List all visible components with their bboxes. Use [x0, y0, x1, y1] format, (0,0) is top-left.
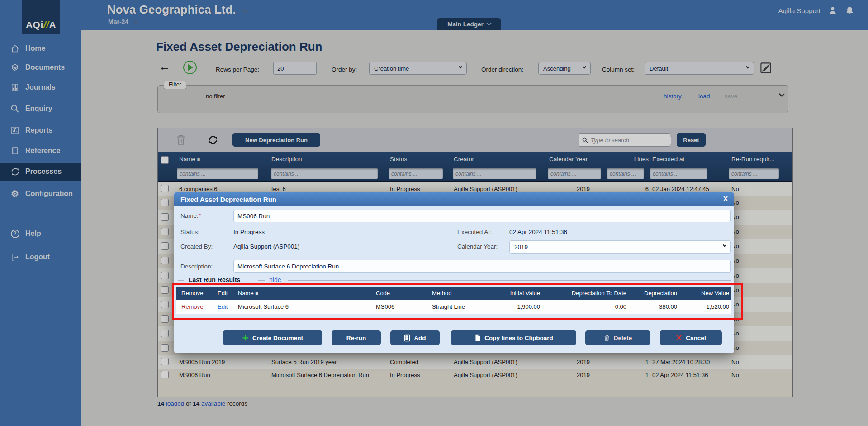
column-header-creator[interactable]: Creator — [454, 156, 474, 163]
column-header-description[interactable]: Description — [271, 156, 302, 163]
row-checkbox[interactable] — [161, 358, 169, 365]
create-document-button[interactable]: Create Document — [223, 330, 322, 345]
table-row[interactable]: MS005 Run 2019 Surface 5 Run 2019 year C… — [158, 355, 792, 369]
sidebar-item-home[interactable]: Home — [0, 39, 81, 57]
back-arrow-icon[interactable]: ← — [158, 60, 171, 74]
filter-input-creator[interactable] — [453, 168, 536, 179]
column-set-select[interactable]: Default — [645, 62, 754, 75]
edit-column-set-icon[interactable] — [759, 61, 773, 77]
search-input[interactable] — [591, 137, 671, 144]
column-header-executed-at[interactable]: Executed at — [652, 156, 684, 163]
company-selector[interactable]: Nova Geographica Ltd. — [107, 3, 247, 17]
aqilla-logo[interactable]: AQi//A — [22, 0, 60, 34]
available-link[interactable]: available — [201, 400, 225, 407]
remove-line-link[interactable]: Remove — [181, 303, 209, 310]
select-all-checkbox[interactable] — [161, 156, 169, 164]
order-by-select[interactable]: Creation time — [369, 62, 467, 75]
trash-icon[interactable] — [175, 133, 187, 148]
logout-icon — [10, 252, 20, 262]
row-checkbox[interactable] — [161, 213, 169, 221]
edit-line-link[interactable]: Edit — [218, 303, 236, 310]
sidebar-item-processes[interactable]: Processes — [0, 163, 81, 181]
ledger-label: Main Ledger — [447, 21, 484, 28]
dialog-titlebar: Fixed Asset Depreciation Run — [174, 192, 734, 206]
row-checkbox[interactable] — [161, 315, 169, 323]
filter-input-calendar-year[interactable] — [548, 168, 601, 179]
add-button[interactable]: Add — [390, 330, 440, 345]
column-header-re-run[interactable]: Re-Run requir... — [731, 156, 774, 163]
row-checkbox[interactable] — [161, 199, 169, 206]
filter-load-link[interactable]: load — [698, 93, 710, 100]
filter-input-description[interactable] — [271, 168, 378, 179]
table-row[interactable]: MS006 Run Microsoft Surface 6 Depreciati… — [158, 369, 792, 397]
filter-legend: Filter — [164, 81, 186, 89]
sidebar-item-documents[interactable]: Documents — [0, 58, 81, 77]
results-column-name[interactable]: Name ≡ — [238, 290, 369, 297]
name-field[interactable] — [233, 210, 731, 222]
notifications-bell-icon[interactable] — [845, 6, 854, 15]
order-direction-value: Ascending — [543, 65, 571, 72]
sidebar-item-reference[interactable]: Reference — [0, 142, 81, 160]
record-count: 14 loaded of 14 available records — [157, 400, 247, 407]
row-checkbox[interactable] — [161, 257, 169, 264]
calendar-year-label: Calendar Year: — [457, 243, 498, 250]
ledger-selector[interactable]: Main Ledger — [437, 18, 501, 30]
loaded-link[interactable]: loaded — [166, 400, 185, 407]
user-icon[interactable] — [828, 5, 838, 15]
row-checkbox[interactable] — [161, 344, 169, 352]
column-header-status[interactable]: Status — [390, 156, 407, 163]
filter-input-status[interactable] — [389, 168, 443, 179]
row-checkbox[interactable] — [161, 185, 169, 192]
cancel-button[interactable]: Cancel — [660, 330, 722, 345]
help-icon: ? — [10, 229, 20, 239]
sidebar-item-reports[interactable]: Reports — [0, 121, 81, 139]
reset-button[interactable]: Reset — [677, 133, 706, 147]
close-icon[interactable]: X — [723, 195, 728, 202]
row-checkbox[interactable] — [161, 272, 169, 279]
calendar-year-select[interactable]: 2019 — [509, 240, 731, 254]
chevron-down-icon — [723, 243, 726, 247]
filter-input-lines[interactable] — [607, 168, 644, 179]
executed-at-value: 02 Apr 2024 11:51:36 — [509, 229, 567, 235]
sidebar-item-journals[interactable]: Journals — [0, 78, 81, 96]
sidebar-item-configuration[interactable]: ⚙ Configuration — [0, 185, 81, 203]
period-selector[interactable]: Mar-24 — [108, 18, 138, 25]
order-direction-label: Order direction: — [481, 66, 523, 73]
chevron-down-icon — [583, 64, 586, 68]
run-play-button[interactable] — [183, 61, 197, 74]
filter-save-link[interactable]: save — [725, 93, 738, 100]
row-checkbox[interactable] — [161, 330, 169, 337]
row-checkbox[interactable] — [161, 228, 169, 235]
rows-per-page-label: Rows per Page: — [216, 66, 259, 73]
hide-link[interactable]: hide — [269, 276, 281, 283]
sidebar-item-label: Processes — [25, 168, 62, 176]
sidebar-item-label: Logout — [25, 253, 50, 261]
processes-cycle-icon — [10, 167, 20, 177]
column-header-calendar-year[interactable]: Calendar Year — [549, 156, 588, 163]
refresh-icon[interactable] — [208, 134, 218, 147]
description-field[interactable] — [233, 260, 731, 273]
new-depreciation-run-button[interactable]: New Depreciation Run — [232, 133, 320, 147]
filter-input-name[interactable] — [177, 168, 258, 179]
filter-input-executed-at[interactable] — [650, 168, 707, 179]
sidebar-item-logout[interactable]: Logout — [0, 248, 81, 266]
copy-lines-to-clipboard-button[interactable]: Copy lines to Clipboard — [451, 330, 576, 345]
filter-input-re-run[interactable] — [729, 168, 779, 179]
sidebar-item-label: Reports — [25, 126, 52, 134]
play-icon — [188, 64, 193, 71]
re-run-button[interactable]: Re-run — [332, 330, 381, 345]
row-checkbox[interactable] — [161, 371, 169, 378]
chevron-down-icon — [133, 19, 138, 24]
row-checkbox[interactable] — [161, 286, 169, 294]
rows-per-page-input[interactable] — [273, 62, 317, 75]
sidebar-item-enquiry[interactable]: Enquiry — [0, 100, 81, 118]
dialog-title: Fixed Asset Depreciation Run — [180, 196, 276, 203]
column-header-name[interactable]: Name ≡ — [179, 156, 200, 163]
filter-history-link[interactable]: history — [664, 93, 682, 100]
row-checkbox[interactable] — [161, 242, 169, 250]
delete-button[interactable]: Delete — [585, 330, 650, 345]
order-direction-select[interactable]: Ascending — [538, 62, 591, 75]
row-checkbox[interactable] — [161, 301, 169, 308]
column-header-lines[interactable]: Lines — [619, 156, 649, 163]
sidebar-item-help[interactable]: ? Help — [0, 225, 81, 243]
